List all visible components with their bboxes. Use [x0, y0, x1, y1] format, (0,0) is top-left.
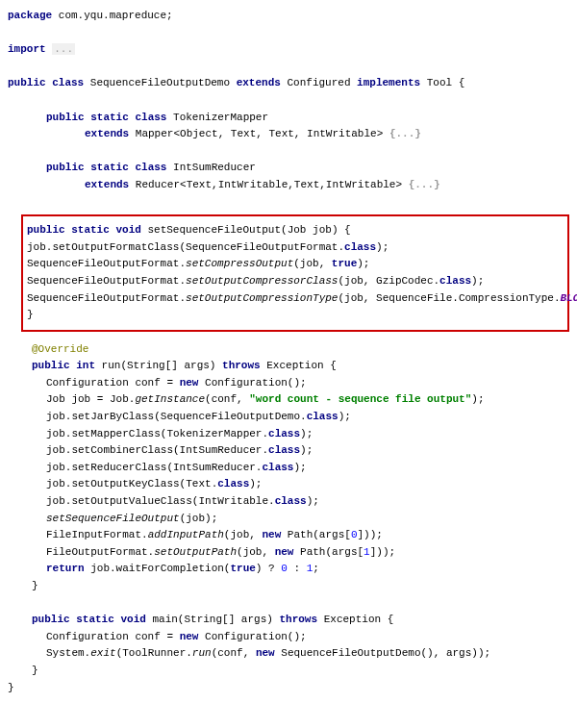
line: job.setMapperClass(TokenizerMapper.class…	[46, 426, 569, 443]
keyword-static: static	[70, 614, 114, 625]
package-name: com.yqu.mapreduce;	[52, 10, 172, 21]
code: System.	[46, 647, 90, 659]
code: (job,	[224, 529, 263, 540]
code: (job,	[293, 258, 332, 269]
keyword-public: public	[8, 77, 46, 88]
keyword-new: new	[256, 647, 275, 659]
method-call: setSequenceFileOutput	[46, 513, 180, 524]
code: FileOutputFormat.	[46, 546, 154, 558]
number: 0	[351, 529, 358, 540]
fold-brace: {...}	[389, 128, 421, 139]
code: job.setOutputValueClass(IntWritable.	[46, 495, 275, 507]
code: );	[471, 275, 484, 287]
keyword-class: class	[46, 77, 85, 88]
keyword-class: class	[268, 428, 300, 439]
keyword-static: static	[85, 162, 129, 173]
code: (ToolRunner.	[116, 647, 192, 659]
keyword-package: package	[8, 10, 52, 21]
number: 1	[364, 546, 370, 558]
code: job.waitForCompletion(	[85, 563, 231, 574]
static-method: setOutputCompressionType	[186, 292, 338, 304]
line: job.setJarByClass(SequenceFileOutputDemo…	[46, 409, 569, 426]
line: SequenceFileOutputFormat.setOutputCompre…	[27, 273, 564, 290]
ext-name: Reducer<Text,IntWritable,Text,IntWritabl…	[129, 179, 408, 190]
code: );	[293, 462, 306, 473]
code: ]));	[370, 546, 395, 558]
keyword-extends: extends	[237, 77, 281, 88]
line: System.exit(ToolRunner.run(conf, new Seq…	[46, 645, 569, 663]
line: return job.waitForCompletion(true) ? 0 :…	[46, 561, 569, 578]
keyword-implements: implements	[357, 77, 420, 88]
method-sig: main(String[] args)	[146, 614, 280, 625]
line: FileOutputFormat.setOutputPath(job, new …	[46, 544, 569, 562]
line: }	[32, 578, 569, 595]
keyword-public: public	[32, 360, 70, 371]
static-method: getInstance	[135, 393, 205, 405]
ext-name: Mapper<Object, Text, Text, IntWritable>	[129, 128, 389, 139]
code: (job, SequenceFile.CompressionType.	[338, 292, 560, 304]
line: job.setOutputFormatClass(SequenceFileOut…	[27, 239, 564, 257]
line: Job job = Job.getInstance(conf, "word co…	[46, 391, 569, 409]
line: job.setCombinerClass(IntSumReducer.class…	[46, 442, 569, 460]
keyword-class: class	[439, 275, 471, 287]
code: );	[300, 428, 313, 439]
line: setSequenceFileOutput(job);	[46, 511, 569, 528]
code: (job,	[237, 546, 275, 558]
code: Path(args[	[293, 546, 364, 558]
keyword-public: public	[46, 112, 85, 123]
impl-name: Tool {	[420, 77, 464, 88]
class-name: IntSumReducer	[166, 162, 255, 173]
code: job.setJarByClass(SequenceFileOutputDemo…	[46, 411, 307, 422]
line: job.setOutputKeyClass(Text.class);	[46, 476, 569, 493]
code: );	[471, 393, 484, 405]
string-literal: "word count - sequence file output"	[249, 393, 471, 405]
keyword-new: new	[180, 631, 199, 642]
code: job.setCombinerClass(IntSumReducer.	[46, 444, 268, 456]
annotation-override: @Override	[32, 343, 88, 355]
import-fold: ...	[52, 43, 75, 55]
keyword-import: import	[8, 43, 46, 55]
ext-name: Configured	[281, 77, 357, 88]
code: (job);	[180, 513, 218, 524]
line: Configuration conf = new Configuration()…	[46, 375, 569, 392]
keyword-class: class	[129, 112, 167, 123]
keyword-public: public	[27, 224, 65, 236]
line: job.setReducerClass(IntSumReducer.class)…	[46, 460, 569, 477]
method-sig: setSequenceFileOutput(Job job) {	[141, 224, 351, 236]
code: Configuration();	[198, 631, 306, 642]
highlighted-method: public static void setSequenceFileOutput…	[21, 214, 569, 332]
code: Configuration conf =	[46, 631, 180, 642]
code: );	[357, 258, 369, 269]
keyword-public: public	[46, 162, 85, 173]
method-sig: run(String[] args)	[95, 360, 222, 371]
code: );	[307, 495, 319, 507]
code: (conf,	[212, 647, 256, 659]
line: public static class TokenizerMapper	[46, 110, 569, 127]
keyword-extends: extends	[85, 179, 129, 190]
line: @Override	[32, 341, 569, 359]
line: }	[8, 680, 569, 697]
code: SequenceFileOutputFormat.	[27, 275, 186, 287]
code: :	[288, 563, 307, 574]
brace-close: }	[32, 580, 38, 591]
enum-const: BLOCK	[561, 292, 577, 304]
code: FileInputFormat.	[46, 529, 148, 540]
keyword-throws: throws	[222, 360, 261, 371]
keyword-static: static	[65, 224, 110, 236]
code: Configuration();	[198, 377, 306, 389]
line: public int run(String[] args) throws Exc…	[32, 358, 569, 375]
class-name: SequenceFileOutputDemo	[84, 77, 236, 88]
keyword-public: public	[32, 614, 70, 625]
code: );	[249, 478, 262, 490]
keyword-class: class	[307, 411, 339, 422]
keyword-throws: throws	[279, 614, 317, 625]
code: ) ?	[256, 563, 281, 574]
keyword-class: class	[262, 462, 293, 473]
code: ;	[313, 563, 319, 574]
keyword-true: true	[332, 258, 357, 269]
code: (job, GzipCodec.	[338, 275, 439, 287]
line: public static class IntSumReducer	[46, 160, 569, 177]
static-method: exit	[90, 647, 115, 659]
code: );	[339, 411, 351, 422]
code-block: package com.yqu.mapreduce; import ... pu…	[8, 8, 569, 696]
